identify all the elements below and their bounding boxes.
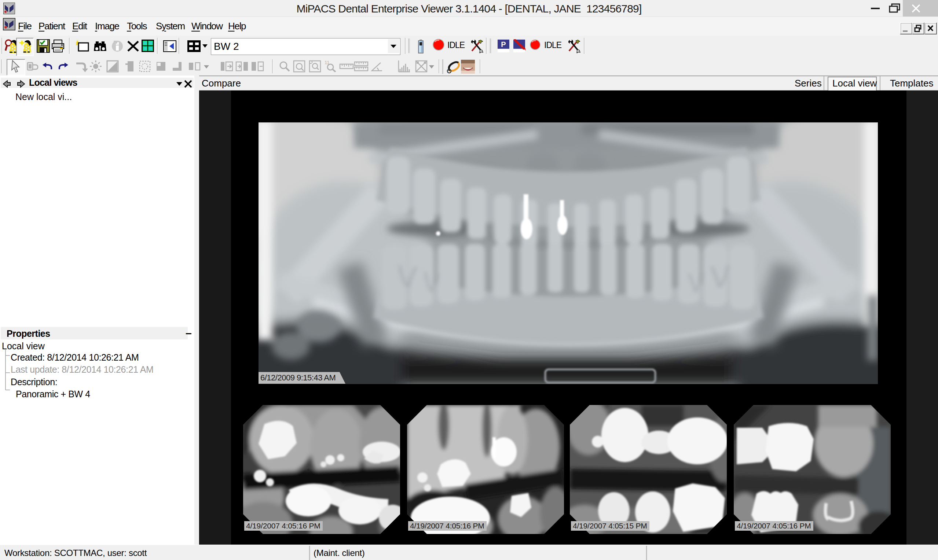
svg-text:P: P <box>501 40 506 48</box>
